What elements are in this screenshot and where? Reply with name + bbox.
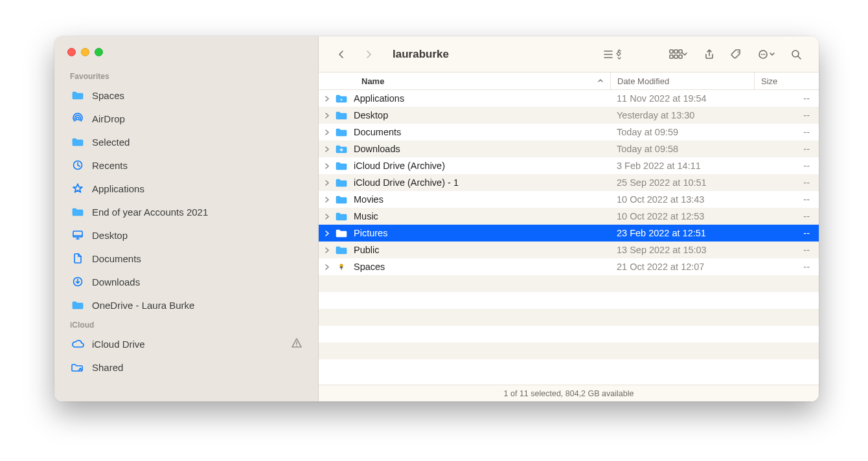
- svg-rect-5: [670, 50, 673, 53]
- empty-row: [319, 292, 819, 309]
- file-date-modified: 23 Feb 2022 at 12:51: [610, 228, 754, 238]
- disclosure-triangle-icon[interactable]: [319, 161, 334, 171]
- disclosure-triangle-icon[interactable]: [319, 177, 334, 188]
- disclosure-triangle-icon[interactable]: [319, 194, 334, 205]
- sidebar-item-spaces[interactable]: Spaces: [66, 84, 312, 107]
- sidebar-item-label: Applications: [92, 183, 303, 194]
- sidebar-item-applications[interactable]: Applications: [66, 177, 312, 200]
- disclosure-triangle-icon[interactable]: [319, 110, 334, 120]
- file-row[interactable]: Public13 Sep 2022 at 15:03--: [319, 242, 819, 258]
- empty-row: [319, 309, 819, 326]
- tags-button[interactable]: [725, 43, 748, 65]
- file-date-modified: Yesterday at 13:30: [610, 110, 754, 120]
- empty-row: [319, 359, 819, 376]
- disclosure-triangle-icon[interactable]: [319, 93, 334, 104]
- desktop-icon: [70, 229, 86, 241]
- forward-button[interactable]: [358, 43, 380, 65]
- dlfolder-icon: [334, 144, 348, 153]
- view-mode-button[interactable]: [597, 43, 628, 65]
- sidebar-item-label: OneDrive - Laura Burke: [92, 300, 303, 311]
- sidebar-item-label: Selected: [92, 137, 303, 148]
- file-row[interactable]: iCloud Drive (Archive)3 Feb 2022 at 14:1…: [319, 157, 819, 174]
- appfolder-icon: [334, 94, 348, 103]
- fullscreen-window-button[interactable]: [95, 48, 103, 56]
- file-name: Downloads: [354, 144, 610, 154]
- share-button[interactable]: [698, 43, 720, 65]
- disclosure-triangle-icon[interactable]: [319, 262, 334, 272]
- file-row[interactable]: Movies10 Oct 2022 at 13:43--: [319, 191, 819, 208]
- svg-rect-6: [674, 50, 678, 53]
- folder-icon: [334, 128, 348, 137]
- file-size: --: [754, 93, 819, 104]
- empty-row: [319, 326, 819, 343]
- folder-icon: [70, 207, 86, 216]
- close-window-button[interactable]: [67, 48, 76, 56]
- sidebar-item-selected[interactable]: Selected: [66, 130, 312, 153]
- disclosure-triangle-icon[interactable]: [319, 211, 334, 221]
- file-size: --: [754, 161, 819, 171]
- column-size-label: Size: [761, 76, 777, 86]
- sidebar-item-icloud-drive[interactable]: iCloud Drive: [66, 332, 312, 355]
- column-name[interactable]: Name: [319, 76, 610, 86]
- folder-icon: [334, 245, 348, 254]
- folder-icon: [334, 111, 348, 120]
- sidebar-item-airdrop[interactable]: AirDrop: [66, 107, 312, 130]
- file-size: --: [754, 144, 819, 154]
- search-button[interactable]: [785, 43, 807, 65]
- file-row[interactable]: DocumentsToday at 09:59--: [319, 124, 819, 141]
- sidebar-item-label: Recents: [92, 160, 303, 171]
- file-row[interactable]: DesktopYesterday at 13:30--: [319, 107, 819, 124]
- folder-icon: [334, 161, 348, 170]
- file-date-modified: 13 Sep 2022 at 15:03: [610, 245, 754, 255]
- column-name-label: Name: [361, 76, 384, 86]
- file-row[interactable]: Applications11 Nov 2022 at 19:54--: [319, 90, 819, 107]
- svg-rect-9: [674, 55, 678, 58]
- sidebar-item-label: End of year Accounts 2021: [92, 207, 303, 218]
- sidebar-item-downloads[interactable]: Downloads: [66, 270, 312, 293]
- file-date-modified: 3 Feb 2022 at 14:11: [610, 161, 754, 171]
- sidebar: Favourites SpacesAirDrop SelectedRecents…: [54, 36, 319, 401]
- file-row[interactable]: Spaces21 Oct 2022 at 12:07--: [319, 258, 819, 275]
- finder-window: Favourites SpacesAirDrop SelectedRecents…: [54, 36, 819, 401]
- sidebar-item-desktop[interactable]: Desktop: [66, 223, 312, 247]
- svg-rect-10: [679, 55, 682, 58]
- sidebar-section-label: Favourites: [66, 68, 312, 84]
- file-row[interactable]: iCloud Drive (Archive) - 125 Sep 2022 at…: [319, 174, 819, 191]
- file-size: --: [754, 177, 819, 188]
- column-size[interactable]: Size: [754, 73, 819, 89]
- column-date-modified[interactable]: Date Modified: [610, 73, 754, 89]
- group-by-button[interactable]: [665, 43, 693, 65]
- disclosure-triangle-icon[interactable]: [319, 245, 334, 255]
- file-name: Applications: [354, 93, 610, 104]
- back-button[interactable]: [330, 43, 352, 65]
- file-row[interactable]: Music10 Oct 2022 at 12:53--: [319, 208, 819, 225]
- status-bar: 1 of 11 selected, 804,2 GB available: [319, 385, 819, 401]
- file-date-modified: 10 Oct 2022 at 12:53: [610, 211, 754, 221]
- sidebar-item-recents[interactable]: Recents: [66, 153, 312, 177]
- disclosure-triangle-icon[interactable]: [319, 144, 334, 154]
- sidebar-item-end-of-year-accounts-2021[interactable]: End of year Accounts 2021: [66, 200, 312, 223]
- file-date-modified: 11 Nov 2022 at 19:54: [610, 93, 754, 104]
- file-row[interactable]: DownloadsToday at 09:58--: [319, 141, 819, 157]
- disclosure-triangle-icon[interactable]: [319, 228, 334, 238]
- file-size: --: [754, 110, 819, 120]
- more-actions-button[interactable]: [753, 43, 780, 65]
- file-name: Public: [354, 245, 610, 255]
- sidebar-item-shared[interactable]: Shared: [66, 355, 312, 379]
- clock-icon: [70, 159, 86, 171]
- file-date-modified: Today at 09:59: [610, 127, 754, 137]
- appstore-icon: [70, 183, 86, 194]
- toolbar: lauraburke: [319, 36, 819, 73]
- status-text: 1 of 11 selected, 804,2 GB available: [504, 389, 634, 398]
- file-name: Spaces: [354, 262, 610, 272]
- minimize-window-button[interactable]: [81, 48, 89, 56]
- disclosure-triangle-icon[interactable]: [319, 127, 334, 137]
- sidebar-item-onedrive-laura-burke[interactable]: OneDrive - Laura Burke: [66, 293, 312, 317]
- sidebar-item-documents[interactable]: Documents: [66, 247, 312, 270]
- svg-point-14: [762, 54, 764, 55]
- empty-row: [319, 343, 819, 359]
- file-list[interactable]: Applications11 Nov 2022 at 19:54-- Deskt…: [319, 90, 819, 385]
- file-row[interactable]: Pictures23 Feb 2022 at 12:51--: [319, 225, 819, 242]
- file-size: --: [754, 194, 819, 205]
- file-name: iCloud Drive (Archive): [354, 161, 610, 171]
